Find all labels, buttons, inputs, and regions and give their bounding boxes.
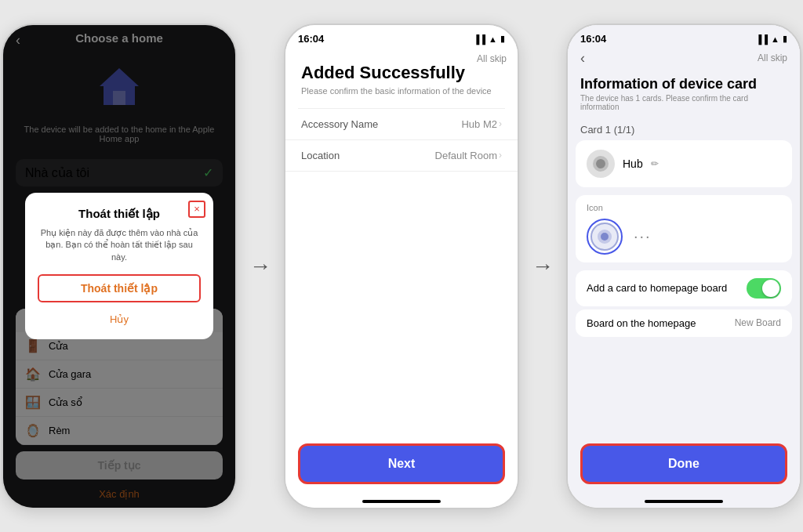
selected-hub-icon (597, 229, 612, 244)
p3-toggle-thumb (762, 280, 779, 297)
phone-2: 16:04 ▐▐ ▲ ▮ All skip Added Successfully… (284, 24, 519, 509)
p2-next-button[interactable]: Next (298, 443, 505, 484)
p3-board-value: New Board (735, 317, 781, 328)
p1-confirm-exit-button[interactable]: Thoát thiết lập (38, 274, 201, 302)
p3-done-button[interactable]: Done (580, 443, 787, 484)
svg-point-5 (601, 233, 609, 241)
p1-modal-title: Thoát thiết lập (38, 207, 201, 221)
hub-device-icon (592, 155, 609, 172)
p2-spacer (285, 172, 518, 443)
p3-statusbar: 16:04 ▐▐ ▲ ▮ (568, 25, 800, 47)
p2-location-row[interactable]: Location Default Room › (285, 140, 518, 172)
p3-subtitle: The device has 1 cards. Please confirm t… (568, 94, 800, 119)
p3-icon-options: ··· (587, 219, 781, 255)
p2-success-subtitle: Please confirm the basic information of … (285, 86, 518, 108)
phone3-screen: 16:04 ▐▐ ▲ ▮ ‹ All skip Information of d… (568, 25, 800, 508)
p2-status-icons: ▐▐ ▲ ▮ (474, 34, 505, 44)
p3-board-row[interactable]: Board on the homepage New Board (576, 309, 792, 337)
phone-3: 16:04 ▐▐ ▲ ▮ ‹ All skip Information of d… (566, 24, 801, 509)
p3-toggle-switch[interactable] (747, 278, 781, 299)
p3-hub-card[interactable]: Hub ✏ (576, 140, 792, 187)
p3-icon-section-label: Icon (587, 203, 781, 212)
p2-chevron-2: › (499, 150, 502, 161)
p2-accessory-row[interactable]: Accessory Name Hub M2 › (285, 109, 518, 140)
p2-location-label: Location (301, 150, 340, 161)
p3-back-icon[interactable]: ‹ (580, 50, 585, 67)
phone1-screen: ‹ Choose a home The device will be added… (3, 25, 235, 508)
p3-edit-icon[interactable]: ✏ (651, 158, 659, 169)
p3-home-indicator (645, 500, 723, 503)
p3-title: Information of device card (568, 73, 800, 94)
p1-modal: × Thoát thiết lập Phụ kiện này đã được t… (25, 193, 213, 339)
p3-allskip[interactable]: All skip (758, 52, 787, 63)
p2-statusbar: 16:04 ▐▐ ▲ ▮ (285, 25, 518, 47)
p3-card-label: Card 1 (1/1) (568, 119, 800, 140)
p2-accessory-label: Accessory Name (301, 118, 378, 130)
arrow-1: → (237, 254, 284, 279)
p1-modal-overlay: × Thoát thiết lập Phụ kiện này đã được t… (3, 25, 235, 508)
p3-board-label: Board on the homepage (587, 317, 696, 329)
p3-hub-icon (587, 150, 615, 178)
p2-time: 16:04 (298, 33, 324, 45)
p3-icon-section: Icon ··· (576, 195, 792, 262)
p3-selected-icon[interactable] (587, 219, 623, 255)
p3-topbar: ‹ All skip (568, 47, 800, 73)
p3-hub-name: Hub (623, 157, 643, 170)
arrow-2: → (519, 254, 566, 279)
p2-accessory-value: Hub M2 › (461, 118, 502, 130)
p3-icon-more-button[interactable]: ··· (634, 227, 652, 245)
p3-spacer (568, 345, 800, 443)
p2-allskip[interactable]: All skip (477, 53, 507, 64)
phone-1: ‹ Choose a home The device will be added… (2, 24, 237, 509)
p3-icon-inner (590, 223, 619, 251)
p3-time: 16:04 (580, 33, 606, 45)
p2-chevron-1: › (499, 118, 502, 129)
p2-home-indicator (362, 500, 441, 503)
p1-modal-close-button[interactable]: × (188, 201, 205, 218)
p3-add-card-toggle-row: Add a card to homepage board (576, 270, 792, 306)
p3-status-icons: ▐▐ ▲ ▮ (756, 34, 787, 44)
svg-point-3 (596, 159, 605, 168)
p1-modal-body: Phụ kiện này đã được thêm vào nhà của bạ… (38, 227, 201, 263)
p3-toggle-label: Add a card to homepage board (587, 282, 727, 294)
p1-cancel-button[interactable]: Hủy (38, 309, 201, 330)
phone2-screen: 16:04 ▐▐ ▲ ▮ All skip Added Successfully… (285, 25, 518, 508)
p2-location-value: Default Room › (435, 150, 502, 161)
